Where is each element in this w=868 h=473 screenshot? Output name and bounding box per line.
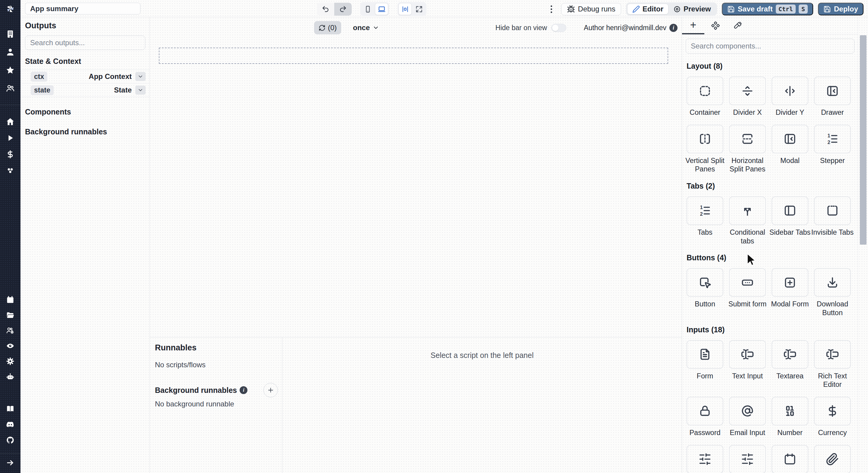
component-label: Button [682, 300, 727, 309]
component-label: Container [682, 108, 727, 117]
component-card-date[interactable]: Date [772, 445, 808, 473]
workspace-building-icon[interactable] [6, 30, 15, 38]
variables-dollar-icon[interactable] [6, 150, 15, 159]
app-summary-input[interactable] [25, 3, 141, 14]
component-card-divider-x[interactable]: Divider X [729, 76, 766, 117]
debug-runs-button[interactable]: Debug runs [561, 3, 621, 15]
deploy-button[interactable]: Deploy [818, 3, 864, 15]
component-card-container[interactable]: Container [687, 76, 723, 117]
file-text-icon [698, 348, 712, 361]
component-card-textarea[interactable]: Textarea [772, 340, 808, 389]
buttons-grid: Button Submit form Modal Form Download B… [687, 268, 854, 317]
component-label: Modal Form [767, 300, 812, 309]
container-icon [698, 84, 712, 98]
tab-insert-component[interactable]: + [688, 21, 698, 30]
ai-robot-icon[interactable] [6, 372, 14, 381]
state-expand-button[interactable] [135, 86, 146, 95]
home-icon[interactable] [6, 117, 15, 126]
discord-icon[interactable] [6, 420, 14, 429]
mobile-view-button[interactable] [361, 3, 374, 15]
scrollbar-thumb[interactable] [860, 35, 867, 245]
search-outputs-input[interactable] [25, 36, 145, 50]
undo-redo-group [317, 3, 352, 16]
save-icon [727, 5, 735, 13]
desktop-view-button[interactable] [375, 3, 388, 15]
component-card-invisible-tabs[interactable]: Invisible Tabs [814, 196, 851, 245]
component-card-conditional-tabs[interactable]: Conditional tabs [729, 196, 766, 245]
component-card-sidebar-tabs[interactable]: Sidebar Tabs [772, 196, 808, 245]
preview-tab[interactable]: Preview [669, 4, 716, 14]
save-draft-button[interactable]: Save draft Ctrl S [722, 3, 813, 15]
topbar-right-controls: Debug runs Editor Preview Save draft Ctr… [548, 2, 864, 16]
docs-book-icon[interactable] [6, 405, 14, 413]
redo-button[interactable] [334, 3, 352, 16]
component-card-range[interactable]: Range [729, 445, 766, 473]
workers-users-gear-icon[interactable] [6, 326, 14, 335]
author-info-icon[interactable]: i [670, 24, 678, 32]
component-card-number[interactable]: Number [772, 397, 808, 437]
component-card-stepper[interactable]: Stepper [814, 125, 851, 174]
github-icon[interactable] [6, 436, 14, 444]
fullscreen-button[interactable] [412, 3, 426, 15]
component-card-vertical-split[interactable]: Vertical Split Panes [687, 125, 723, 174]
empty-grid-container[interactable] [159, 48, 668, 64]
cursor-button-icon [698, 276, 712, 289]
collapse-arrow-icon[interactable] [6, 459, 14, 467]
state-row[interactable]: state State [21, 84, 150, 97]
component-card-divider-y[interactable]: Divider Y [772, 76, 808, 117]
groups-icon[interactable] [6, 84, 15, 93]
folders-icon[interactable] [6, 311, 14, 319]
tab-styling[interactable] [733, 21, 743, 30]
app-canvas[interactable]: (0) once Hide bar on view Author henri@w… [150, 17, 682, 473]
components-list: Layout (8) Container Divider X Divider Y… [682, 62, 858, 473]
more-menu-kebab-icon[interactable] [548, 4, 555, 15]
component-card-rich-text-editor[interactable]: Rich Text Editor [814, 340, 851, 389]
component-card-submit-form[interactable]: Submit form [729, 268, 766, 317]
dashed-top-icon [826, 204, 839, 217]
component-card-currency[interactable]: Currency [814, 397, 851, 437]
search-components-input[interactable] [686, 38, 855, 54]
editor-tab[interactable]: Editor [627, 4, 669, 14]
user-icon[interactable] [6, 48, 15, 57]
component-card-slider[interactable]: Slider [687, 445, 723, 473]
background-runnables-info-icon[interactable]: i [240, 386, 247, 394]
runnables-list-pane: Runnables No scripts/flows Background ru… [150, 338, 282, 473]
component-card-file-input[interactable]: File Input [814, 445, 851, 473]
component-label: Invisible Tabs [810, 228, 855, 237]
component-card-modal[interactable]: Modal [772, 125, 808, 174]
ctx-row[interactable]: ctx App Context [21, 70, 150, 84]
runs-play-icon[interactable] [6, 133, 15, 143]
component-card-password[interactable]: Password [687, 397, 723, 437]
center-align-button[interactable] [398, 3, 412, 15]
tab-component-settings[interactable] [711, 21, 720, 30]
component-card-form[interactable]: Form [687, 340, 723, 389]
component-label: Currency [810, 429, 855, 437]
component-card-text-input[interactable]: Text Input [729, 340, 766, 389]
add-background-runnable-button[interactable] [264, 383, 278, 398]
component-card-tabs[interactable]: Tabs [687, 196, 723, 245]
paintbrush-icon [733, 21, 742, 30]
favorites-star-icon[interactable] [6, 66, 15, 75]
device-toggle-group [360, 2, 389, 16]
state-context-title: State & Context [25, 57, 145, 66]
component-card-drawer[interactable]: Drawer [814, 76, 851, 117]
settings-gear-icon[interactable] [6, 357, 14, 366]
component-card-modal-form[interactable]: Modal Form [772, 268, 808, 317]
component-label: Divider X [725, 108, 770, 117]
component-card-button[interactable]: Button [687, 268, 723, 317]
component-card-email-input[interactable]: Email Input [729, 397, 766, 437]
recompute-mode-select[interactable]: once [349, 21, 383, 34]
component-card-horizontal-split[interactable]: Horizontal Split Panes [729, 125, 766, 174]
schedules-calendar-icon[interactable] [6, 295, 14, 304]
undo-button[interactable] [317, 3, 334, 16]
refresh-count-button[interactable]: (0) [314, 21, 341, 34]
component-card-download-button[interactable]: Download Button [814, 268, 851, 317]
hide-bar-toggle[interactable] [551, 24, 566, 32]
sliders-icon [741, 452, 754, 466]
audit-eye-icon[interactable] [6, 342, 14, 350]
resources-cluster-icon[interactable] [6, 166, 15, 175]
ctx-expand-button[interactable] [135, 72, 146, 81]
windmill-logo-icon[interactable] [5, 4, 16, 14]
hide-bar-label: Hide bar on view [495, 24, 547, 32]
background-runnables-row: Background runnables i [155, 383, 278, 398]
